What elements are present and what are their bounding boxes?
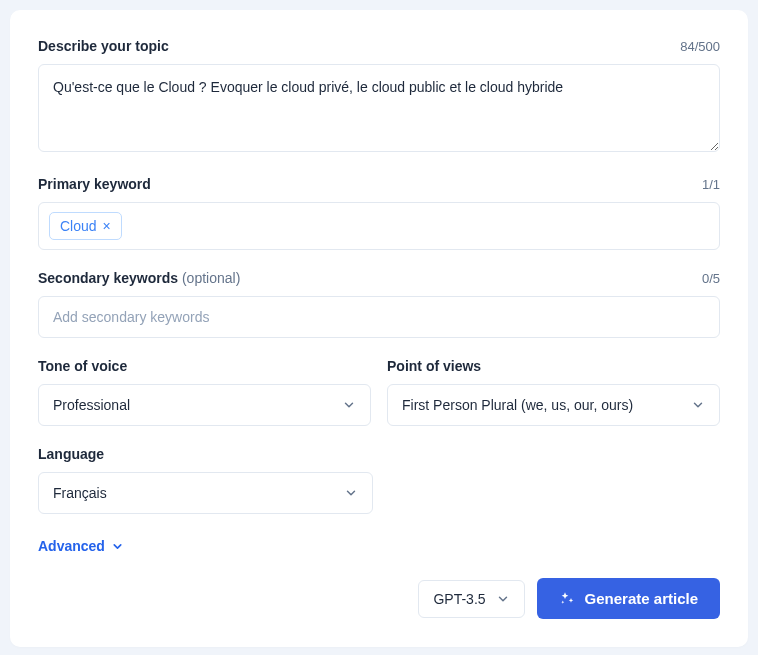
keyword-tag: Cloud × — [49, 212, 122, 240]
pov-header: Point of views — [387, 358, 720, 374]
advanced-toggle[interactable]: Advanced — [38, 538, 124, 554]
primary-keyword-counter: 1/1 — [702, 177, 720, 192]
language-select[interactable]: Français — [38, 472, 373, 514]
language-label: Language — [38, 446, 104, 462]
advanced-label: Advanced — [38, 538, 105, 554]
tone-pov-row: Tone of voice Professional Point of view… — [38, 358, 720, 446]
secondary-keywords-field: Secondary keywords (optional) 0/5 — [38, 270, 720, 338]
pov-select[interactable]: First Person Plural (we, us, our, ours) — [387, 384, 720, 426]
secondary-keywords-counter: 0/5 — [702, 271, 720, 286]
model-value: GPT-3.5 — [433, 591, 485, 607]
pov-label: Point of views — [387, 358, 481, 374]
tone-value: Professional — [53, 397, 130, 413]
primary-keyword-header: Primary keyword 1/1 — [38, 176, 720, 192]
secondary-keywords-header: Secondary keywords (optional) 0/5 — [38, 270, 720, 286]
primary-keyword-input[interactable]: Cloud × — [38, 202, 720, 250]
language-value: Français — [53, 485, 107, 501]
chevron-down-icon — [344, 486, 358, 500]
secondary-keywords-input[interactable] — [38, 296, 720, 338]
topic-counter: 84/500 — [680, 39, 720, 54]
magic-wand-icon — [559, 591, 575, 607]
close-icon[interactable]: × — [103, 219, 111, 233]
topic-textarea[interactable] — [38, 64, 720, 152]
pov-field: Point of views First Person Plural (we, … — [387, 358, 720, 426]
primary-keyword-label: Primary keyword — [38, 176, 151, 192]
topic-label: Describe your topic — [38, 38, 169, 54]
form-card: Describe your topic 84/500 Primary keywo… — [10, 10, 748, 647]
chevron-down-icon — [691, 398, 705, 412]
tone-header: Tone of voice — [38, 358, 371, 374]
chevron-down-icon — [496, 592, 510, 606]
chevron-down-icon — [111, 540, 124, 553]
tone-select[interactable]: Professional — [38, 384, 371, 426]
primary-keyword-field: Primary keyword 1/1 Cloud × — [38, 176, 720, 250]
language-header: Language — [38, 446, 720, 462]
tone-label: Tone of voice — [38, 358, 127, 374]
keyword-tag-text: Cloud — [60, 218, 97, 234]
form-footer: GPT-3.5 Generate article — [38, 578, 720, 619]
generate-button-label: Generate article — [585, 590, 698, 607]
chevron-down-icon — [342, 398, 356, 412]
model-select[interactable]: GPT-3.5 — [418, 580, 524, 618]
topic-header: Describe your topic 84/500 — [38, 38, 720, 54]
secondary-keywords-label: Secondary keywords (optional) — [38, 270, 240, 286]
pov-value: First Person Plural (we, us, our, ours) — [402, 397, 633, 413]
language-field: Language Français — [38, 446, 720, 514]
topic-field: Describe your topic 84/500 — [38, 38, 720, 156]
generate-button[interactable]: Generate article — [537, 578, 720, 619]
tone-field: Tone of voice Professional — [38, 358, 371, 426]
